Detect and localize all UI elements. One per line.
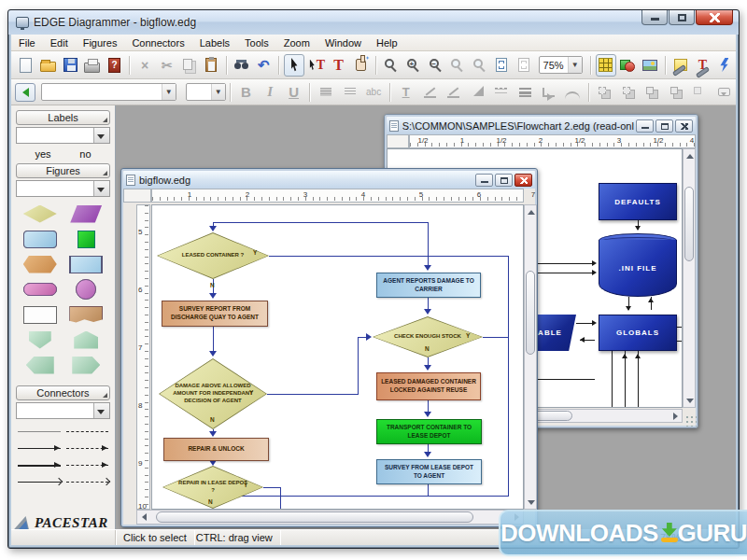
bold-button[interactable]: B: [235, 81, 258, 104]
flow-node-survey-from-depot[interactable]: SURVEY FROM LEASE DEPOT TO AGENT: [376, 459, 482, 484]
new-file-button[interactable]: [16, 54, 36, 77]
font-family-combo[interactable]: ▼: [41, 83, 176, 101]
figure-style-button[interactable]: [618, 54, 639, 77]
figure-arrow-right[interactable]: [67, 356, 105, 374]
connector-plain[interactable]: [15, 428, 63, 436]
resize-grip[interactable]: [684, 414, 697, 427]
zoom-out-button[interactable]: −: [425, 54, 445, 77]
bigflow-vscrollbar[interactable]: [524, 204, 537, 510]
label-sample-yes[interactable]: yes: [35, 148, 50, 160]
cut-button[interactable]: ✂: [157, 54, 177, 77]
dash-style-button[interactable]: [490, 81, 513, 104]
zoom-previous-button[interactable]: [447, 54, 468, 77]
text-style-button[interactable]: T: [395, 81, 417, 104]
grid-toggle-button[interactable]: [596, 54, 616, 77]
bigflow-canvas[interactable]: LEASED CONTAINER ? Y N SURVEY REPORT FRO…: [151, 204, 524, 510]
align-left-button[interactable]: [315, 81, 337, 104]
bigflow-hscrollbar[interactable]: [136, 510, 524, 525]
menu-labels[interactable]: Labels: [192, 35, 237, 50]
connectors-panel-button[interactable]: Connectors: [16, 385, 110, 400]
flow-node-defaults[interactable]: DEFAULTS: [599, 183, 677, 220]
connector-dashed-open-arrow[interactable]: [63, 479, 112, 486]
fit-page-button[interactable]: [491, 54, 512, 77]
copy-button[interactable]: [179, 54, 200, 77]
figure-pill[interactable]: [21, 280, 59, 299]
help-button[interactable]: ?: [105, 54, 125, 77]
menu-connectors[interactable]: Connectors: [124, 35, 191, 50]
send-back-button[interactable]: [666, 81, 688, 104]
child-restore-button[interactable]: [495, 174, 513, 187]
connector-thick-arrow[interactable]: [15, 462, 63, 469]
figure-diamond[interactable]: [21, 204, 59, 223]
line-slant2-button[interactable]: [443, 81, 465, 104]
figure-circle[interactable]: [67, 280, 105, 299]
connector-dashed-solid-arrow[interactable]: [63, 462, 112, 469]
menu-tools[interactable]: Tools: [237, 35, 276, 50]
child-minimize-button[interactable]: [636, 119, 654, 133]
zoom-level-combo[interactable]: 75% ▼: [539, 56, 583, 74]
menu-file[interactable]: File: [11, 35, 43, 50]
italic-button[interactable]: I: [259, 81, 281, 104]
flow-node-agent-reports[interactable]: AGENT REPORTS DAMAGE TO CARRIER: [376, 273, 481, 298]
label-sample-no[interactable]: no: [79, 148, 91, 160]
flowchart2-vscrollbar[interactable]: [683, 148, 696, 408]
duplicate-button[interactable]: [689, 81, 712, 104]
figure-rectangle[interactable]: [21, 305, 59, 324]
group-button[interactable]: [594, 81, 616, 104]
open-button[interactable]: [38, 54, 59, 77]
menu-edit[interactable]: Edit: [43, 35, 76, 50]
line-slant-button[interactable]: [418, 81, 441, 104]
menu-help[interactable]: Help: [369, 35, 405, 50]
figure-pentagon-down[interactable]: [21, 330, 59, 349]
figure-hexagon[interactable]: [21, 255, 59, 273]
select-tool-button[interactable]: [284, 54, 304, 77]
font-size-combo[interactable]: ▼: [186, 83, 226, 101]
text-options-button[interactable]: T: [692, 54, 712, 77]
insert-image-button[interactable]: [640, 54, 660, 77]
nav-back-button[interactable]: [15, 83, 35, 102]
scroll-thumb[interactable]: [684, 187, 694, 261]
labels-combo[interactable]: [16, 127, 110, 144]
zoom-tool-button[interactable]: [381, 54, 402, 77]
flow-node-repair-unlock[interactable]: REPAIR & UNLOCK: [163, 438, 269, 461]
text-tool-button[interactable]: T: [329, 54, 349, 77]
touch-tool-button[interactable]: [350, 54, 371, 77]
menu-figures[interactable]: Figures: [76, 35, 125, 50]
child-minimize-button[interactable]: [475, 174, 493, 187]
minimize-button[interactable]: [641, 10, 668, 25]
flow-node-survey-report[interactable]: SURVEY REPORT FROM DISCHARGE QUAY TO AGE…: [162, 301, 268, 327]
child-close-button[interactable]: [514, 174, 532, 187]
zoom-in-button[interactable]: +: [403, 54, 424, 77]
menu-window[interactable]: Window: [317, 35, 369, 50]
flow-node-transport-container[interactable]: TRANSPORT CONTAINER TO LEASE DEPOT: [376, 419, 482, 444]
spell-check-button[interactable]: abc: [362, 81, 385, 104]
connector-arrow[interactable]: [15, 445, 63, 453]
line-weight-button[interactable]: [514, 81, 536, 104]
labels-panel-button[interactable]: Labels: [16, 110, 110, 125]
select-text-tool-button[interactable]: T: [306, 54, 327, 77]
figure-parallelogram[interactable]: [67, 204, 105, 223]
flow-node-leased-container[interactable]: LEASED CONTAINER ?: [157, 232, 269, 279]
title-bar[interactable]: EDGE Diagrammer - bigflow.edg: [8, 10, 739, 35]
curve-style-button[interactable]: [561, 81, 584, 104]
figure-process[interactable]: [67, 255, 105, 273]
find-button[interactable]: [232, 54, 252, 77]
arrow-style-button[interactable]: [538, 81, 560, 104]
flow-node-globals[interactable]: GLOBALS: [599, 315, 677, 351]
connectors-combo[interactable]: [16, 402, 110, 419]
bring-front-button[interactable]: [641, 81, 664, 104]
undo-button[interactable]: ↶: [254, 54, 275, 77]
restore-button[interactable]: [669, 10, 695, 25]
connector-open-arrow[interactable]: [15, 479, 63, 486]
flow-node-leased-damaged[interactable]: LEASED DAMAGED CONTAINER LOCKED AGAINST …: [376, 372, 481, 400]
align-justify-button[interactable]: [339, 81, 361, 104]
figure-rounded-rect[interactable]: [21, 230, 59, 248]
bigflow-title-bar[interactable]: bigflow.edg: [123, 171, 535, 189]
ungroup-button[interactable]: [617, 81, 640, 104]
figures-panel-button[interactable]: Figures: [16, 163, 110, 178]
options-button[interactable]: [670, 54, 691, 77]
comment-button[interactable]: [713, 81, 736, 104]
flow-node-ini-file[interactable]: .INI FILE: [599, 233, 677, 297]
underline-button[interactable]: U: [283, 81, 305, 104]
zoom-region-button[interactable]: [470, 54, 490, 77]
